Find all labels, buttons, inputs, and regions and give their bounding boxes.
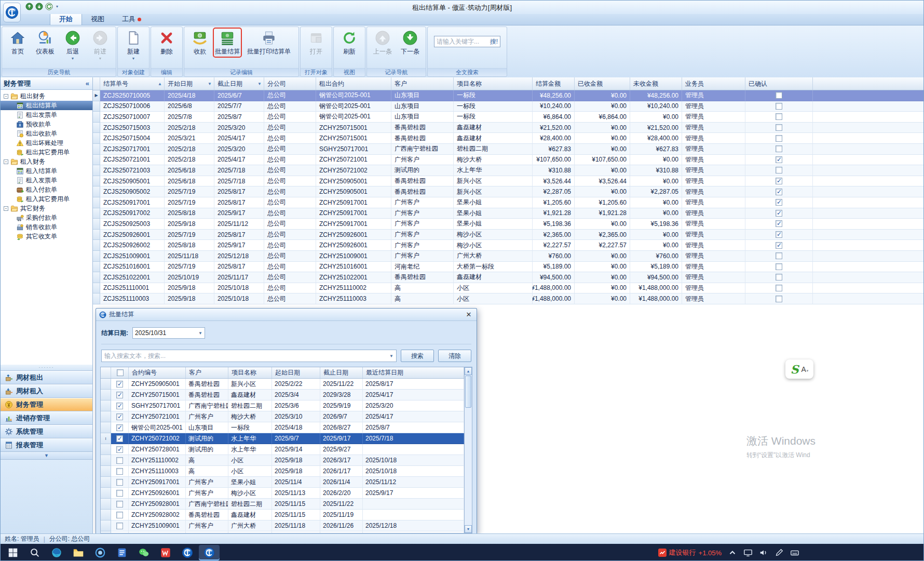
table-row[interactable]: ZCJS2509050022025/7/192025/8/17总公司ZCHY25… <box>93 186 923 197</box>
dialog-column-header-客户[interactable]: 客户 <box>186 367 228 378</box>
table-row[interactable]: ZCJS2509170012025/7/192025/8/17总公司ZCHY25… <box>93 197 923 208</box>
table-row[interactable]: ZCJS2507100072025/7/82025/8/7总公司钢管公司2025… <box>93 112 923 123</box>
row-checkbox[interactable] <box>116 403 123 409</box>
column-header-截止日期[interactable]: 截止日期▼ <box>214 77 264 90</box>
scroll-down-icon[interactable]: ▼ <box>465 525 472 533</box>
dialog-table-row[interactable]: ZCHY250928002番禺碧桂园鑫磊建材2025/11/152025/11/… <box>101 510 464 520</box>
confirmed-checkbox[interactable] <box>776 220 782 227</box>
combo-arrow-icon[interactable]: ▼ <box>198 331 202 336</box>
dialog-scrollbar[interactable]: ▲ ▼ <box>464 367 472 533</box>
row-checkbox[interactable] <box>116 435 123 442</box>
nav-进销存管理[interactable]: 进销存管理 <box>1 411 92 425</box>
column-header-租出合约[interactable]: 租出合约 <box>316 77 391 90</box>
table-row[interactable]: ZCJS2510090012025/11/182025/12/18总公司ZCHY… <box>93 251 923 262</box>
screenshot-tool-widget[interactable]: S A <box>785 359 813 379</box>
confirmed-checkbox[interactable] <box>776 167 782 173</box>
仪表板-button[interactable]: 仪表板 <box>32 29 59 57</box>
confirmed-checkbox[interactable] <box>776 274 782 280</box>
tree-item-预收款单[interactable]: 预收款单 <box>1 119 92 129</box>
confirmed-checkbox[interactable] <box>776 135 782 142</box>
row-checkbox[interactable] <box>116 468 123 475</box>
批量打印结算单-button[interactable]: 批量打印结算单 <box>241 29 296 57</box>
confirmed-checkbox[interactable] <box>776 242 782 249</box>
tree-item-租入其它费用单[interactable]: 租入其它费用单 <box>1 194 92 204</box>
app-menu-button[interactable] <box>3 3 21 22</box>
dialog-table-row[interactable]: ZCHY251110003高小区2025/9/182026/1/172025/1… <box>101 466 464 477</box>
scroll-track[interactable] <box>465 408 472 525</box>
row-checkbox[interactable] <box>116 501 123 507</box>
sidebar-splitter[interactable]: ······ <box>1 364 92 371</box>
table-row[interactable]: ZCJS2507100062025/6/82025/7/7总公司钢管公司2025… <box>93 101 923 112</box>
confirmed-checkbox[interactable] <box>776 92 782 99</box>
table-row[interactable]: ZCJS2507150032025/2/182025/3/20总公司ZCHY25… <box>93 123 923 133</box>
filter-arrow-icon[interactable]: ▼ <box>257 82 262 86</box>
nav-财务管理[interactable]: 财务管理 <box>1 398 92 411</box>
tree-item-采购付款单[interactable]: 采购付款单 <box>1 213 92 222</box>
fulltext-search-input[interactable] <box>437 38 490 45</box>
fulltext-search-go-button[interactable]: 搜! <box>490 37 498 46</box>
column-header-已确认[interactable]: 已确认 <box>745 77 813 90</box>
tree-folder-租出财务[interactable]: -租出财务 <box>1 91 92 101</box>
taskbar-start-button[interactable] <box>3 545 23 560</box>
tree-item-租出发票单[interactable]: 租出发票单 <box>1 110 92 119</box>
column-header-未收金额[interactable]: 未收金额 <box>630 77 682 90</box>
删除-button[interactable]: 删除 <box>153 29 180 57</box>
stock-ticker[interactable]: 建设银行 +1.05% <box>658 548 722 557</box>
confirmed-checkbox[interactable] <box>776 103 782 110</box>
收款-button[interactable]: 收款 <box>186 29 213 57</box>
confirmed-checkbox[interactable] <box>776 113 782 120</box>
tree-item-租入付款单[interactable]: 租入付款单 <box>1 185 92 194</box>
tree-item-其它收支单[interactable]: 其它收支单 <box>1 232 92 241</box>
tray-chevron-up-icon[interactable] <box>728 548 737 557</box>
tree-item-租出结算单[interactable]: 租出结算单 <box>1 101 92 110</box>
table-row[interactable]: ZCJS2507170012025/2/182025/3/20总公司SGHY25… <box>93 144 923 155</box>
taskbar-browser-button[interactable] <box>90 545 111 560</box>
table-row[interactable]: ZCJS2511100012025/9/182025/10/18总公司ZCHY2… <box>93 283 923 294</box>
confirmed-checkbox[interactable] <box>776 156 782 163</box>
nav-overflow-chevron-icon[interactable]: ▼ <box>1 452 92 460</box>
sidebar-collapse-icon[interactable]: « <box>86 79 89 87</box>
row-checkbox[interactable] <box>116 424 123 431</box>
taskbar-search-task-button[interactable] <box>24 545 45 560</box>
tree-collapse-icon[interactable]: - <box>4 94 8 99</box>
row-checkbox[interactable] <box>116 392 123 398</box>
table-row[interactable]: ZCJS2511100032025/9/182025/10/18总公司ZCHY2… <box>93 293 923 304</box>
nav-周材租出[interactable]: 周材租出 <box>1 371 92 384</box>
tree-folder-其它财务[interactable]: -其它财务 <box>1 204 92 213</box>
table-row[interactable]: ZCJS2509260022025/8/182025/9/17总公司ZCHY25… <box>93 240 923 251</box>
dialog-table-row[interactable]: ZCHY250905001番禺碧桂园新兴小区2025/2/222025/11/2… <box>101 379 464 390</box>
column-header-业务员[interactable]: 业务员 <box>682 77 745 90</box>
confirmed-checkbox[interactable] <box>776 124 782 131</box>
table-row[interactable]: ZCJS2510160012025/7/192025/8/17总公司ZCHY25… <box>93 262 923 273</box>
taskbar-folder-win-button[interactable] <box>68 545 89 560</box>
tab-开始[interactable]: 开始 <box>50 12 82 25</box>
scroll-thumb[interactable] <box>465 376 471 408</box>
dialog-table-row[interactable] <box>101 531 464 533</box>
row-checkbox[interactable] <box>116 490 123 497</box>
后退-button[interactable]: 后退▼ <box>59 29 86 61</box>
nav-周材租入[interactable]: 周材租入 <box>1 384 92 398</box>
dialog-column-header-最近结算日期[interactable]: 最近结算日期 <box>363 367 464 378</box>
confirmed-checkbox[interactable] <box>776 231 782 238</box>
dialog-table-row[interactable]: SGHY250717001广西南宁碧桂园碧桂园二期2025/3/62025/9/… <box>101 400 464 411</box>
column-header-结算金额[interactable]: 结算金额 <box>533 77 575 90</box>
tree-item-租出其它费用单[interactable]: 租出其它费用单 <box>1 148 92 157</box>
table-row[interactable]: ZCJS2509250032025/9/182025/11/12总公司ZCHY2… <box>93 219 923 230</box>
table-row[interactable]: ZCJS2509050012025/6/182025/7/18总公司ZCHY25… <box>93 176 923 187</box>
taskbar-docs-button[interactable] <box>112 545 132 560</box>
settle-date-combo[interactable]: 2025/10/31 ▼ <box>132 327 205 339</box>
刷新-button[interactable]: 刷新 <box>336 29 363 57</box>
confirmed-checkbox[interactable] <box>776 178 782 184</box>
tray-monitor-icon[interactable] <box>743 548 753 557</box>
column-header-结算单号[interactable]: 结算单号▲ <box>100 77 165 90</box>
下一条-button[interactable]: 下一条 <box>397 29 424 57</box>
confirmed-checkbox[interactable] <box>776 210 782 217</box>
row-checkbox[interactable] <box>116 381 123 388</box>
dialog-table-row[interactable]: ZCHY250721001广州客户梅沙大桥2025/3/102026/9/720… <box>101 411 464 422</box>
confirmed-checkbox[interactable] <box>776 252 782 259</box>
tree-collapse-icon[interactable]: - <box>4 159 8 164</box>
tab-视图[interactable]: 视图 <box>82 13 113 25</box>
column-header-客户[interactable]: 客户 <box>391 77 454 90</box>
dialog-column-header-合约编号[interactable]: 合约编号 <box>129 367 186 378</box>
tab-工具[interactable]: 工具 <box>113 13 150 25</box>
